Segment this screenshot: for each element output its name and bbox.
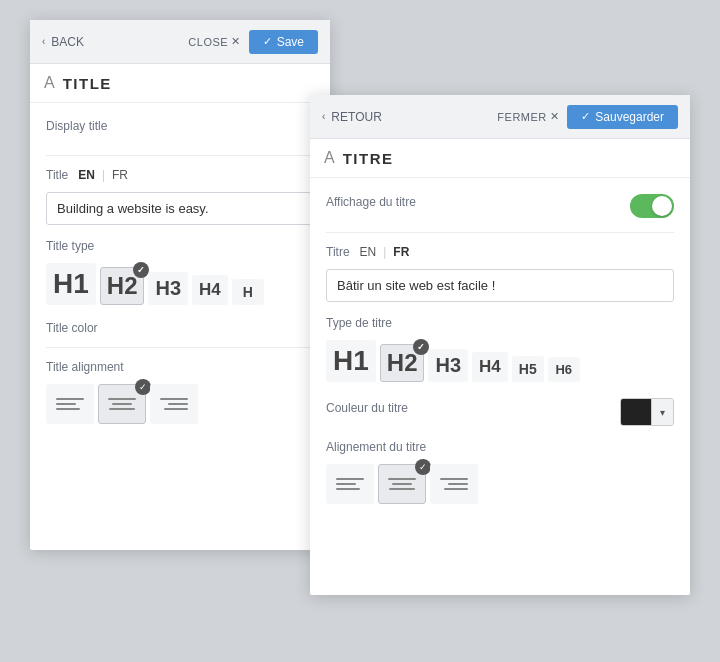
en-save-check-icon: ✓ — [263, 35, 272, 48]
en-panel-title: TITLE — [63, 75, 112, 92]
en-lang-label: Title — [46, 168, 68, 182]
en-divider-1 — [46, 155, 314, 156]
en-lang-en-tab[interactable]: EN — [74, 168, 99, 182]
fr-center-line-1 — [388, 478, 416, 480]
fr-color-swatch — [621, 399, 651, 425]
fr-title-row: A TITRE — [310, 139, 690, 178]
fr-color-row: Couleur du titre ▾ — [326, 398, 674, 426]
fr-right-line-2 — [448, 483, 468, 485]
fr-save-label: Sauvegarder — [595, 110, 664, 124]
en-title-type-label: Title type — [46, 239, 314, 253]
fr-heading-types: H1 H2 ✓ H3 H4 H5 H6 — [326, 340, 674, 382]
en-align-line-3 — [56, 408, 80, 410]
fr-alignment-options: ✓ — [326, 464, 674, 504]
en-header-actions: CLOSE ✕ ✓ Save — [188, 30, 318, 54]
en-heading-types: H1 H2 ✓ H3 H4 H — [46, 263, 314, 305]
fr-title-input[interactable] — [326, 269, 674, 302]
fr-save-check-icon: ✓ — [581, 110, 590, 123]
en-center-line-1 — [108, 398, 136, 400]
fr-align-left-lines — [336, 478, 364, 490]
french-panel: ‹ RETOUR FERMER ✕ ✓ Sauvegarder A TITRE … — [310, 95, 690, 595]
fr-back-nav[interactable]: ‹ RETOUR — [322, 110, 382, 124]
en-align-center-check-icon: ✓ — [135, 379, 151, 395]
en-alignment-options: ✓ — [46, 384, 314, 424]
en-align-right[interactable] — [150, 384, 198, 424]
fr-h3-option[interactable]: H3 — [428, 349, 468, 382]
fr-left-line-3 — [336, 488, 360, 490]
fr-panel-body: Affichage du titre Titre EN | FR Type de… — [310, 178, 690, 520]
fr-left-line-1 — [336, 478, 364, 480]
fr-lang-label: Titre — [326, 245, 350, 259]
en-center-line-3 — [109, 408, 135, 410]
fr-title-type-label: Type de titre — [326, 316, 674, 330]
en-display-title-row: Display title — [46, 119, 314, 141]
en-align-left-lines — [56, 398, 84, 410]
en-alignment-label: Title alignment — [46, 360, 314, 374]
fr-title-color-label: Couleur du titre — [326, 401, 408, 415]
en-close-button[interactable]: CLOSE ✕ — [188, 35, 240, 48]
fr-h4-option[interactable]: H4 — [472, 352, 508, 382]
en-h1-option[interactable]: H1 — [46, 263, 96, 305]
fr-lang-row: Titre EN | FR — [326, 245, 674, 259]
fr-title-icon: A — [324, 149, 335, 167]
en-h2-option[interactable]: H2 ✓ — [100, 267, 145, 305]
fr-right-line-1 — [440, 478, 468, 480]
fr-save-button[interactable]: ✓ Sauvegarder — [567, 105, 678, 129]
fr-panel-title: TITRE — [343, 150, 394, 167]
en-title-input[interactable] — [46, 192, 314, 225]
fr-color-dropdown-icon: ▾ — [651, 399, 673, 425]
en-title-row: A TITLE — [30, 64, 330, 103]
fr-h1-option[interactable]: H1 — [326, 340, 376, 382]
en-close-label: CLOSE — [188, 36, 228, 48]
en-title-icon: A — [44, 74, 55, 92]
en-back-label[interactable]: BACK — [51, 35, 84, 49]
english-panel: ‹ BACK CLOSE ✕ ✓ Save A TITLE Display ti… — [30, 20, 330, 550]
en-align-left[interactable] — [46, 384, 94, 424]
fr-align-right-lines — [440, 478, 468, 490]
en-panel-header: ‹ BACK CLOSE ✕ ✓ Save — [30, 20, 330, 64]
chevron-left-icon: ‹ — [42, 36, 45, 47]
en-panel-body: Display title Title EN | FR Title type H… — [30, 103, 330, 440]
en-h4-option[interactable]: H4 — [192, 275, 228, 305]
fr-h5-option[interactable]: H5 — [512, 356, 544, 382]
fr-center-line-3 — [389, 488, 415, 490]
fr-display-title-toggle[interactable] — [630, 194, 674, 218]
fr-h2-check-icon: ✓ — [413, 339, 429, 355]
fr-close-label: FERMER — [497, 111, 546, 123]
en-title-color-label: Title color — [46, 321, 314, 335]
fr-align-center[interactable]: ✓ — [378, 464, 426, 504]
en-lang-row: Title EN | FR — [46, 168, 314, 182]
en-save-button[interactable]: ✓ Save — [249, 30, 318, 54]
fr-center-line-2 — [392, 483, 412, 485]
en-back-nav[interactable]: ‹ BACK — [42, 35, 84, 49]
fr-align-left[interactable] — [326, 464, 374, 504]
fr-display-title-label: Affichage du titre — [326, 195, 416, 209]
en-align-center[interactable]: ✓ — [98, 384, 146, 424]
en-right-line-2 — [168, 403, 188, 405]
fr-h2-option[interactable]: H2 ✓ — [380, 344, 425, 382]
fr-display-title-row: Affichage du titre — [326, 194, 674, 218]
fr-alignment-label: Alignement du titre — [326, 440, 674, 454]
en-align-line-2 — [56, 403, 76, 405]
fr-divider-1 — [326, 232, 674, 233]
fr-color-swatch-button[interactable]: ▾ — [620, 398, 674, 426]
fr-lang-en-tab[interactable]: EN — [356, 245, 381, 259]
fr-panel-header: ‹ RETOUR FERMER ✕ ✓ Sauvegarder — [310, 95, 690, 139]
en-close-icon: ✕ — [231, 35, 241, 48]
en-h3-option[interactable]: H3 — [148, 272, 188, 305]
en-align-center-lines — [108, 398, 136, 410]
fr-back-label[interactable]: RETOUR — [331, 110, 381, 124]
fr-left-line-2 — [336, 483, 356, 485]
fr-header-actions: FERMER ✕ ✓ Sauvegarder — [497, 105, 678, 129]
en-center-line-2 — [112, 403, 132, 405]
en-h5-option[interactable]: H — [232, 279, 264, 305]
fr-h6-option[interactable]: H6 — [548, 357, 580, 382]
fr-lang-fr-tab[interactable]: FR — [389, 245, 413, 259]
fr-align-right[interactable] — [430, 464, 478, 504]
en-divider-2 — [46, 347, 314, 348]
en-align-line-1 — [56, 398, 84, 400]
fr-close-button[interactable]: FERMER ✕ — [497, 110, 559, 123]
fr-chevron-left-icon: ‹ — [322, 111, 325, 122]
en-lang-fr-tab[interactable]: FR — [108, 168, 132, 182]
en-right-line-3 — [164, 408, 188, 410]
